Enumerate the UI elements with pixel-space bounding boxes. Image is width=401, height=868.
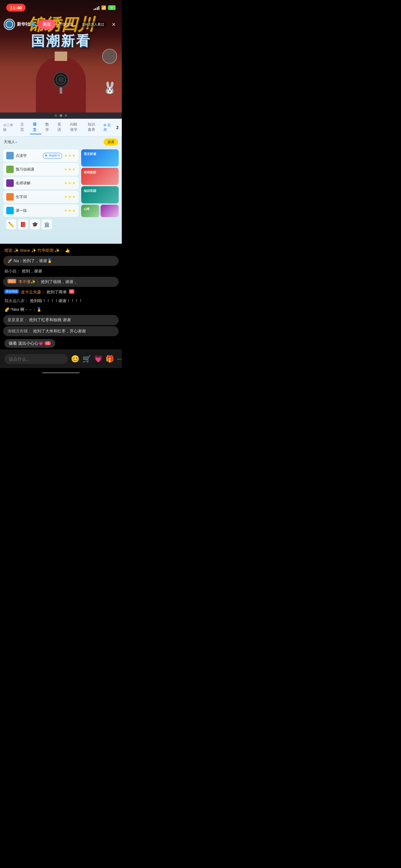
breadcrumb-text: 天地人 [4,140,15,145]
comment-username-3: 杨小姐： [4,269,21,274]
select-course-button[interactable]: 选课 [104,138,118,146]
tablet-page-num: 2 [116,125,119,130]
bottom-input-bar: 😊 🛒 💗 🎁 ··· [0,350,122,368]
stream-title: 新华优选「优选官」沈涛老师带... [58,22,79,27]
camera-stand [60,88,62,94]
gift-text: 镶着 送出小心心💗 x1 [4,339,55,348]
comment-text-4: 抢到了核桃，谢谢， [41,279,77,285]
comment-username-6: 我永远八岁： [4,298,29,304]
tool-icon-3[interactable]: 🎓 [30,219,40,229]
side-card-reading[interactable]: 语文听读 [81,149,119,166]
tablet-grade: 小二年级 [3,123,15,132]
status-time: 11:40 [6,4,26,11]
camera-device [53,72,69,94]
side-card-title-4: 心理 [84,207,97,211]
bottom-tools-row: ✏️ 📕 🎓 🏛️ [3,218,79,230]
lesson-item-2[interactable]: 预习动画课 ★ ★ ★ [3,163,79,176]
side-card-title-3: 知识巩固 [84,189,116,193]
float-bunny-emoji: 🐰 [103,81,117,94]
home-bar [42,372,80,373]
tool-icon-4[interactable]: 🏛️ [42,219,52,229]
gift-count: x1 [45,341,51,345]
float-control-button[interactable] [102,49,117,64]
tab-ai[interactable]: AI精准学 [67,121,84,134]
more-button[interactable]: ··· [117,353,122,365]
comment-text-8: 抢到了红枣和核桃 谢谢 [29,317,71,323]
tab-english[interactable]: 英语 [54,121,66,134]
lesson-icon-1 [6,152,14,159]
side-card-heart[interactable]: 心理 [81,205,99,217]
comment-username-9: 海螺没有螺： [7,329,32,334]
lesson-stars-2: ★ ★ ★ [64,167,75,172]
lesson-icon-3 [6,179,14,187]
comment-item-6: 我永远八岁： 抢到啦！！！！谢谢！！！！ [0,297,122,305]
start-learning-button[interactable]: ▶ 开始学习 [43,153,62,159]
side-card-knowledge[interactable]: 知识巩固 [81,186,119,204]
battery-icon: ⚡ [108,5,115,10]
tablet-nav[interactable]: 主页 语文 数学 英语 AI精准学 知识素养 [17,121,102,134]
lesson-icon-4 [6,193,14,200]
lesson-item-5[interactable]: 课一练 ★ ★ ★ [3,204,79,217]
divider-dot-3 [65,114,67,117]
comment-username-1: 雨宣 ✨ Shine ✨ 竹亭听雨 ✨： [4,248,64,253]
tablet-area: 小二年级 主页 语文 数学 英语 AI精准学 知识素养 ⚙ 应用 2 天地人 ›… [0,119,122,244]
channel-name: 新华社 [17,22,30,27]
comment-item-7: 🌈 *Nini 啊－－：🥇 [0,305,122,314]
lesson-name-5: 课一练 [15,208,62,213]
lesson-list: 点读学 ▶ 开始学习 ★ ★ ★ 预习动画课 ★ ★ ★ 名师讲 [3,149,79,230]
wifi-icon: 📶 [101,5,106,10]
verified-badge: ✓ [31,22,35,27]
lesson-stars-5: ★ ★ ★ [64,208,75,213]
status-icons: 📶 ⚡ [94,5,115,10]
comment-item-5: 来自同城 皮卡丘先森： 抢到了两单 秒 [0,288,122,297]
lesson-name-3: 名师讲解 [15,181,62,186]
tablet-nav-bar: 小二年级 主页 语文 数学 英语 AI精准学 知识素养 ⚙ 应用 2 [0,119,122,136]
chat-input[interactable] [4,354,68,364]
comment-item-3: 杨小姐： 抢到，谢谢 [0,267,122,276]
gift-button[interactable]: 🎁 [106,353,114,365]
follow-button[interactable]: 关注 [37,20,56,29]
side-card-extra[interactable] [101,205,119,217]
tab-chinese[interactable]: 语文 [30,121,41,134]
heart-button[interactable]: 💗 [94,353,102,365]
lesson-item-4[interactable]: 生字词 ★ ★ ★ [3,191,79,203]
comment-item-2: 🚀 Na：抢到了，谁谢🥇 [3,256,119,266]
tab-home[interactable]: 主页 [17,121,29,134]
comment-item-1: 雨宣 ✨ Shine ✨ 竹亭听雨 ✨： 👍 [0,246,122,255]
tablet-apps[interactable]: ⚙ 应用 [103,123,113,132]
cart-button[interactable]: 🛒 [82,353,91,365]
lesson-name-1: 点读学 [15,153,41,158]
home-indicator [0,368,122,377]
comment-badge-5: 来自同城 [4,289,19,294]
screen-divider [0,113,122,119]
lesson-item-3[interactable]: 名师讲解 ★ ★ ★ [3,177,79,189]
gift-label: 镶着 送出小心心💗 [9,341,43,346]
tab-math[interactable]: 数学 [42,121,54,134]
camera-body [53,72,69,88]
viewer-count: 334.5万人看过 [79,21,107,28]
lesson-stars-1: ★ ★ ★ [64,153,75,158]
tab-knowledge[interactable]: 知识素养 [85,121,102,134]
lesson-stars-3: ★ ★ ★ [64,181,75,185]
close-button[interactable]: × [109,20,118,29]
tool-icon-1[interactable]: ✏️ [6,219,16,229]
lesson-icon-2 [6,165,14,173]
channel-logo [4,19,15,30]
side-card-title-2: 诗词赏析 [84,170,116,175]
lesson-name-2: 预习动画课 [15,167,62,172]
lesson-icon-5 [6,207,14,214]
lesson-name-4: 生字词 [15,194,62,200]
comment-text-3: 抢到，谢谢 [22,269,42,274]
hot-tag: 秒 [69,289,74,294]
side-card-poetry[interactable]: 诗词赏析 [81,168,119,185]
video-area: 锦绣四川 国潮新看 新华社 ✓ 关注 新华优选「优选官」沈涛老师带... 334… [0,0,122,113]
video-top-bar: 新华社 ✓ 关注 新华优选「优选官」沈涛老师带... 334.5万人看过 × [0,16,122,32]
comment-item-4: 利川 李不懂✨： 抢到了核桃，谢谢， [3,277,119,287]
comment-text-7: 🌈 *Nini 啊－－：🥇 [4,307,41,312]
tool-icon-2[interactable]: 📕 [18,219,28,229]
emoji-button[interactable]: 😊 [71,353,79,365]
signal-icon [94,6,99,10]
lesson-item-1[interactable]: 点读学 ▶ 开始学习 ★ ★ ★ [3,149,79,162]
comment-text-1: 👍 [65,248,70,253]
person-neck [55,52,67,61]
